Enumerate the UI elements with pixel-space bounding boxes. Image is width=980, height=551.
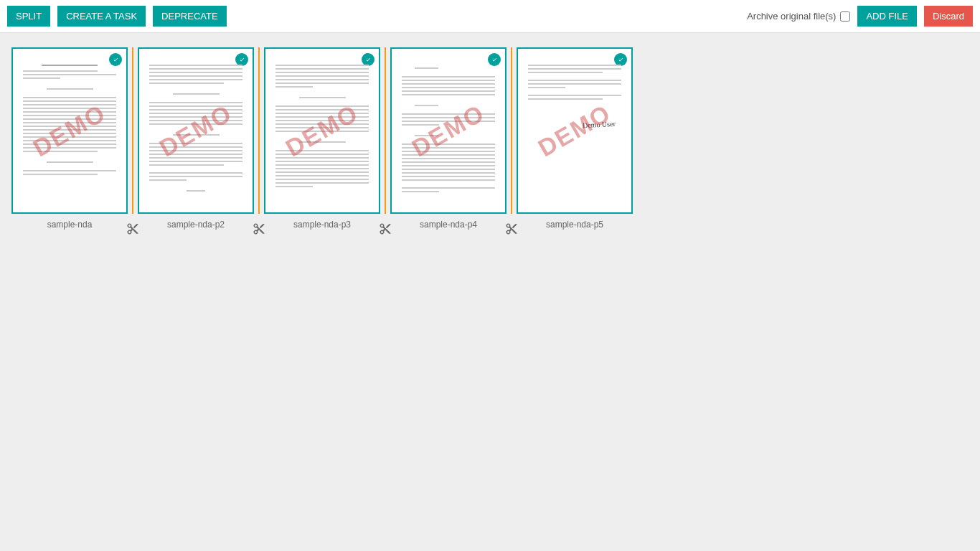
split-marker[interactable] bbox=[258, 47, 260, 214]
split-line bbox=[132, 47, 133, 214]
split-line bbox=[258, 47, 260, 214]
page-thumbnail: DEMO bbox=[11, 47, 128, 214]
split-column bbox=[258, 47, 260, 214]
split-marker[interactable] bbox=[385, 47, 386, 214]
split-line bbox=[385, 47, 386, 214]
toolbar: SPLIT CREATE A TASK DEPRECATE Archive or… bbox=[0, 0, 980, 33]
page-thumbnail-wrap[interactable]: DEMO bbox=[138, 47, 254, 214]
archive-label-text: Archive original file(s) bbox=[747, 11, 836, 22]
split-column bbox=[511, 47, 512, 214]
page-column: Demo User DEMO sample-nda-p5 bbox=[512, 47, 637, 230]
deprecate-button[interactable]: DEPRECATE bbox=[153, 6, 227, 27]
page-thumbnail: DEMO bbox=[138, 47, 254, 214]
split-column bbox=[132, 47, 133, 214]
add-file-button[interactable]: ADD FILE bbox=[857, 6, 917, 27]
doc-preview bbox=[23, 65, 116, 202]
scissor-icon[interactable] bbox=[379, 222, 392, 235]
page-caption: sample-nda-p4 bbox=[420, 220, 477, 230]
toolbar-left: SPLIT CREATE A TASK DEPRECATE bbox=[7, 6, 227, 27]
doc-preview: Demo User bbox=[528, 65, 621, 202]
scissor-icon[interactable] bbox=[505, 222, 518, 235]
page-thumbnail-wrap[interactable]: DEMO bbox=[264, 47, 380, 214]
split-column bbox=[385, 47, 386, 214]
page-thumbnail-wrap[interactable]: DEMO bbox=[390, 47, 507, 214]
toolbar-right: Archive original file(s) ADD FILE Discar… bbox=[747, 6, 973, 27]
page-caption: sample-nda-p2 bbox=[167, 220, 225, 230]
scissor-icon[interactable] bbox=[126, 222, 139, 235]
page-column: DEMO sample-nda-p3 bbox=[260, 47, 385, 230]
archive-checkbox[interactable] bbox=[840, 11, 850, 22]
split-button[interactable]: SPLIT bbox=[7, 6, 50, 27]
page-caption: sample-nda-p3 bbox=[293, 220, 351, 230]
split-line bbox=[511, 47, 512, 214]
split-marker[interactable] bbox=[132, 47, 133, 214]
doc-preview bbox=[402, 65, 495, 202]
page-column: DEMO sample-nda-p2 bbox=[133, 47, 258, 230]
page-column: DEMO sample-nda bbox=[7, 47, 132, 230]
page-thumbnail: DEMO bbox=[390, 47, 507, 214]
page-thumbnails-area: DEMO sample-nda bbox=[0, 33, 980, 244]
create-task-button[interactable]: CREATE A TASK bbox=[57, 6, 146, 27]
page-caption: sample-nda bbox=[47, 220, 93, 230]
archive-checkbox-label[interactable]: Archive original file(s) bbox=[747, 11, 850, 22]
page-thumbnail: DEMO bbox=[264, 47, 380, 214]
split-marker[interactable] bbox=[511, 47, 512, 214]
signature: Demo User bbox=[583, 120, 616, 129]
page-column: DEMO sample-nda-p4 bbox=[386, 47, 511, 230]
doc-preview bbox=[149, 65, 242, 202]
scissor-icon[interactable] bbox=[253, 222, 265, 235]
page-thumbnail-wrap[interactable]: DEMO bbox=[11, 47, 128, 214]
doc-preview bbox=[275, 65, 369, 202]
page-thumbnail: Demo User DEMO bbox=[517, 47, 633, 214]
discard-button[interactable]: Discard bbox=[924, 6, 973, 27]
page-thumbnail-wrap[interactable]: Demo User DEMO bbox=[517, 47, 633, 214]
page-caption: sample-nda-p5 bbox=[546, 220, 603, 230]
